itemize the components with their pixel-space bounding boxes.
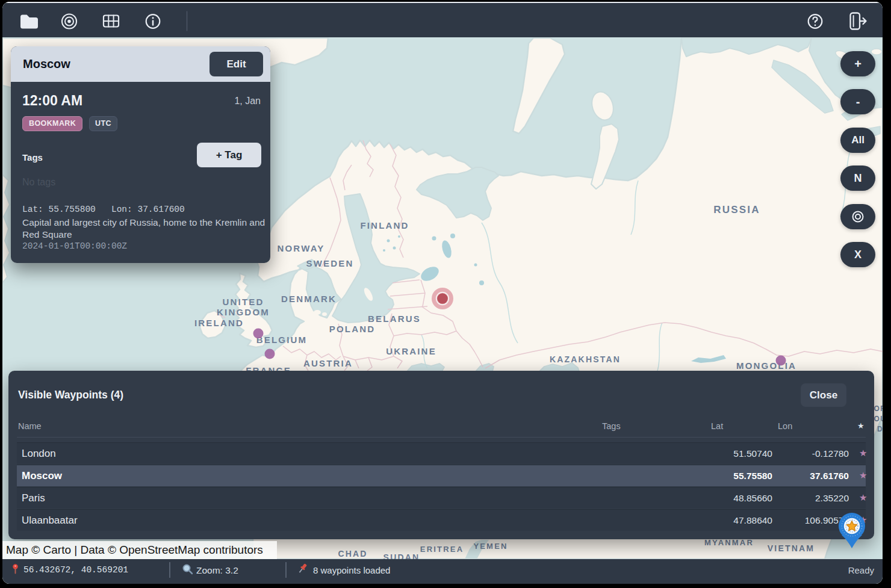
svg-text:IRELAND: IRELAND [194, 318, 244, 328]
svg-text:MONGOLIA: MONGOLIA [736, 361, 796, 371]
svg-text:OR: OR [874, 404, 883, 413]
svg-text:ERITREA: ERITREA [420, 545, 464, 554]
svg-text:OU: OU [874, 415, 883, 423]
svg-text:VIETNAM: VIETNAM [768, 543, 815, 553]
svg-text:KAZAKHSTAN: KAZAKHSTAN [550, 354, 621, 364]
svg-text:NORWAY: NORWAY [277, 243, 324, 253]
svg-text:UNITED: UNITED [222, 297, 264, 307]
svg-text:D: D [877, 425, 883, 433]
svg-text:POLAND: POLAND [329, 324, 376, 334]
svg-text:AUSTRIA: AUSTRIA [303, 358, 353, 368]
svg-text:BELGIUM: BELGIUM [256, 335, 308, 345]
svg-text:YEMEN: YEMEN [473, 542, 508, 551]
svg-text:KINGDOM: KINGDOM [217, 307, 270, 317]
svg-text:BELARUS: BELARUS [368, 314, 421, 324]
svg-text:SWEDEN: SWEDEN [306, 258, 353, 268]
svg-text:CHAD: CHAD [338, 549, 367, 559]
svg-text:RUSSIA: RUSSIA [713, 204, 760, 215]
svg-text:FINLAND: FINLAND [360, 220, 409, 231]
svg-text:UKRAINE: UKRAINE [386, 346, 436, 356]
svg-text:MYANMAR: MYANMAR [704, 538, 754, 547]
svg-text:DENMARK: DENMARK [281, 294, 337, 304]
